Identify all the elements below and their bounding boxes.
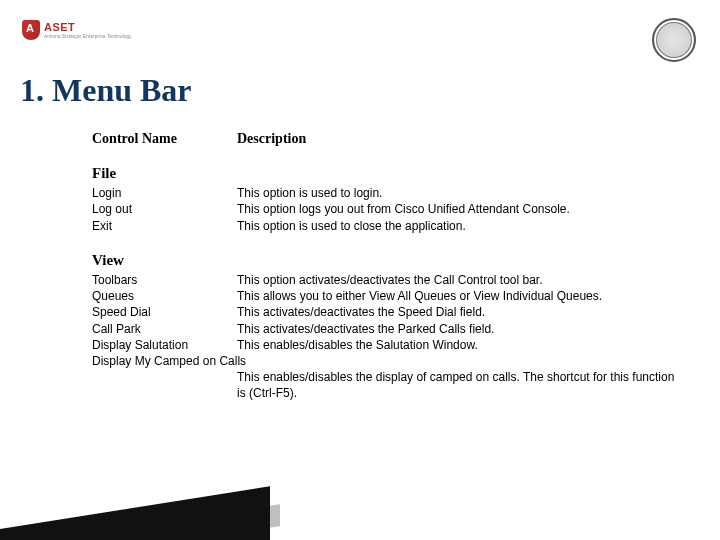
table-row: Speed Dial This activates/deactivates th…	[92, 304, 680, 320]
table-row: Toolbars This option activates/deactivat…	[92, 272, 680, 288]
header-description: Description	[237, 130, 680, 149]
control-name: Call Park	[92, 321, 237, 337]
control-desc: This enables/disables the Salutation Win…	[237, 337, 680, 353]
control-desc: This activates/deactivates the Parked Ca…	[237, 321, 680, 337]
table-header-row: Control Name Description	[92, 130, 680, 149]
control-desc: This activates/deactivates the Speed Dia…	[237, 304, 680, 320]
table-row: Display My Camped on Calls	[92, 353, 680, 369]
control-name: Display Salutation	[92, 337, 237, 353]
table-row: Login This option is used to login.	[92, 185, 680, 201]
brand-logo: ASET Arizona Strategic Enterprise Techno…	[22, 20, 132, 40]
control-desc: This option is used to close the applica…	[237, 218, 680, 234]
control-desc: This option activates/deactivates the Ca…	[237, 272, 680, 288]
section-heading-view: View	[92, 250, 680, 270]
control-name: Queues	[92, 288, 237, 304]
state-seal-icon	[652, 18, 696, 62]
control-desc: This allows you to either View All Queue…	[237, 288, 680, 304]
menu-bar-table: Control Name Description File Login This…	[92, 130, 680, 401]
page-title: 1. Menu Bar	[20, 72, 192, 109]
table-row: Display Salutation This enables/disables…	[92, 337, 680, 353]
decorative-swoosh	[0, 460, 290, 540]
header-control-name: Control Name	[92, 130, 237, 149]
brand-sub: Arizona Strategic Enterprise Technology	[44, 34, 132, 39]
control-desc: This option logs you out from Cisco Unif…	[237, 201, 680, 217]
control-name: Display My Camped on Calls	[92, 353, 246, 369]
control-name: Login	[92, 185, 237, 201]
control-name: Toolbars	[92, 272, 237, 288]
control-name: Log out	[92, 201, 237, 217]
control-name: Exit	[92, 218, 237, 234]
brand-name: ASET	[44, 22, 132, 33]
table-row: Exit This option is used to close the ap…	[92, 218, 680, 234]
section-heading-file: File	[92, 163, 680, 183]
control-desc: This enables/disables the display of cam…	[237, 369, 680, 401]
table-row: Call Park This activates/deactivates the…	[92, 321, 680, 337]
brand-shield-icon	[22, 20, 40, 40]
control-name: Speed Dial	[92, 304, 237, 320]
control-desc: This option is used to login.	[237, 185, 680, 201]
table-row: Log out This option logs you out from Ci…	[92, 201, 680, 217]
table-row: Queues This allows you to either View Al…	[92, 288, 680, 304]
brand-text: ASET Arizona Strategic Enterprise Techno…	[44, 22, 132, 39]
table-row: This enables/disables the display of cam…	[92, 369, 680, 401]
